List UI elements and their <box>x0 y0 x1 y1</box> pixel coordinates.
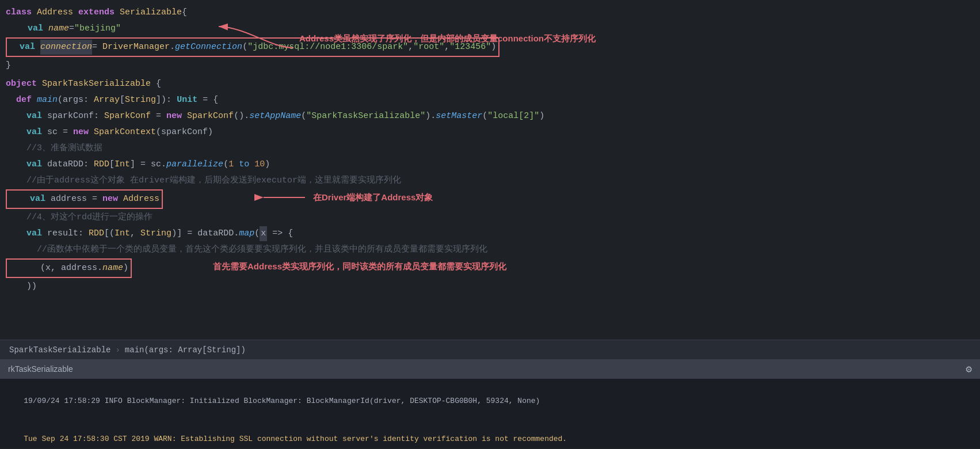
breadcrumb-bar: SparkTaskSerializable › main(args: Array… <box>0 340 980 359</box>
code-line-12: val address = new Address 在Driver端构建了Add… <box>0 189 980 210</box>
annotation-1: Address类虽然实现了序列化，但是内部的成员变量connection不支持序… <box>299 33 596 44</box>
code-line-14: val result: RDD[(Int, String)] = dataRDD… <box>0 226 980 242</box>
code-line-11: //由于address这个对象 在driver端构建，后期会发送到executo… <box>0 173 980 189</box>
code-line-16: (x, address.name) 首先需要Address类实现序列化，同时该类… <box>0 258 980 279</box>
code-line-8: val sc = new SparkContext(sparkConf) <box>0 124 980 140</box>
arrow-1-svg <box>213 16 305 51</box>
code-line-6: def main(args: Array[String]): Unit = { <box>0 92 980 108</box>
console-header: rkTaskSerializable ⚙ <box>0 359 980 379</box>
code-line-1: class Address extends Serializable{ <box>0 5 980 21</box>
console-body: 19/09/24 17:58:29 INFO BlockManager: Ini… <box>0 379 980 448</box>
code-line-10: val dataRDD: RDD[Int] = sc.parallelize(1… <box>0 157 980 173</box>
console-line-2: Tue Sep 24 17:58:30 CST 2019 WARN: Estab… <box>6 420 974 448</box>
breadcrumb-class: SparkTaskSerializable <box>9 345 110 355</box>
arrow-2-svg <box>259 191 311 204</box>
console-line-1: 19/09/24 17:58:29 INFO BlockManager: Ini… <box>6 382 974 420</box>
code-line-5: object SparkTaskSerializable { <box>0 76 980 92</box>
code-line-13: //4、对这个rdd进行一定的操作 <box>0 210 980 226</box>
code-line-9: //3、准备测试数据 <box>0 140 980 157</box>
gear-icon[interactable]: ⚙ <box>966 363 972 375</box>
code-line-15: //函数体中依赖于一个类的成员变量，首先这个类必须要要实现序列化，并且该类中的所… <box>0 242 980 258</box>
code-line-7: val sparkConf: SparkConf = new SparkConf… <box>0 108 980 124</box>
code-line-4: } <box>0 58 980 74</box>
code-line-17: )) <box>0 279 980 295</box>
breadcrumb-separator: › <box>115 345 120 355</box>
breadcrumb-method: main(args: Array[String]) <box>125 345 246 355</box>
code-editor: class Address extends Serializable{ val … <box>0 0 980 340</box>
console-title: rkTaskSerializable <box>8 364 73 374</box>
